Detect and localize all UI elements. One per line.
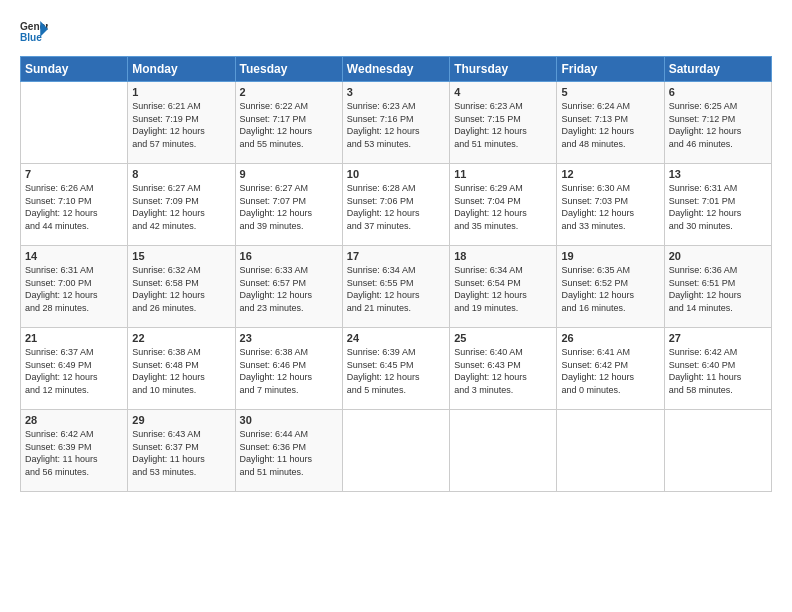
day-info: Sunrise: 6:30 AM Sunset: 7:03 PM Dayligh…	[561, 182, 659, 232]
day-cell: 14Sunrise: 6:31 AM Sunset: 7:00 PM Dayli…	[21, 246, 128, 328]
day-cell	[342, 410, 449, 492]
day-cell: 10Sunrise: 6:28 AM Sunset: 7:06 PM Dayli…	[342, 164, 449, 246]
day-number: 23	[240, 332, 338, 344]
day-number: 18	[454, 250, 552, 262]
calendar-table: SundayMondayTuesdayWednesdayThursdayFrid…	[20, 56, 772, 492]
day-info: Sunrise: 6:36 AM Sunset: 6:51 PM Dayligh…	[669, 264, 767, 314]
day-cell: 15Sunrise: 6:32 AM Sunset: 6:58 PM Dayli…	[128, 246, 235, 328]
day-info: Sunrise: 6:38 AM Sunset: 6:48 PM Dayligh…	[132, 346, 230, 396]
day-number: 22	[132, 332, 230, 344]
day-cell: 5Sunrise: 6:24 AM Sunset: 7:13 PM Daylig…	[557, 82, 664, 164]
day-number: 15	[132, 250, 230, 262]
day-info: Sunrise: 6:37 AM Sunset: 6:49 PM Dayligh…	[25, 346, 123, 396]
day-number: 24	[347, 332, 445, 344]
day-info: Sunrise: 6:27 AM Sunset: 7:07 PM Dayligh…	[240, 182, 338, 232]
day-cell: 19Sunrise: 6:35 AM Sunset: 6:52 PM Dayli…	[557, 246, 664, 328]
day-cell: 20Sunrise: 6:36 AM Sunset: 6:51 PM Dayli…	[664, 246, 771, 328]
day-cell: 26Sunrise: 6:41 AM Sunset: 6:42 PM Dayli…	[557, 328, 664, 410]
day-number: 13	[669, 168, 767, 180]
day-cell: 27Sunrise: 6:42 AM Sunset: 6:40 PM Dayli…	[664, 328, 771, 410]
day-info: Sunrise: 6:29 AM Sunset: 7:04 PM Dayligh…	[454, 182, 552, 232]
day-cell: 8Sunrise: 6:27 AM Sunset: 7:09 PM Daylig…	[128, 164, 235, 246]
day-info: Sunrise: 6:26 AM Sunset: 7:10 PM Dayligh…	[25, 182, 123, 232]
week-row-1: 1Sunrise: 6:21 AM Sunset: 7:19 PM Daylig…	[21, 82, 772, 164]
day-cell: 4Sunrise: 6:23 AM Sunset: 7:15 PM Daylig…	[450, 82, 557, 164]
day-number: 14	[25, 250, 123, 262]
day-cell: 21Sunrise: 6:37 AM Sunset: 6:49 PM Dayli…	[21, 328, 128, 410]
day-number: 19	[561, 250, 659, 262]
day-number: 28	[25, 414, 123, 426]
day-cell	[557, 410, 664, 492]
day-info: Sunrise: 6:40 AM Sunset: 6:43 PM Dayligh…	[454, 346, 552, 396]
day-info: Sunrise: 6:23 AM Sunset: 7:16 PM Dayligh…	[347, 100, 445, 150]
header-row: SundayMondayTuesdayWednesdayThursdayFrid…	[21, 57, 772, 82]
header: General Blue	[20, 18, 772, 46]
day-info: Sunrise: 6:33 AM Sunset: 6:57 PM Dayligh…	[240, 264, 338, 314]
logo: General Blue	[20, 18, 48, 46]
day-cell: 24Sunrise: 6:39 AM Sunset: 6:45 PM Dayli…	[342, 328, 449, 410]
day-number: 1	[132, 86, 230, 98]
day-info: Sunrise: 6:31 AM Sunset: 7:01 PM Dayligh…	[669, 182, 767, 232]
col-header-thursday: Thursday	[450, 57, 557, 82]
day-number: 12	[561, 168, 659, 180]
day-number: 30	[240, 414, 338, 426]
day-cell: 12Sunrise: 6:30 AM Sunset: 7:03 PM Dayli…	[557, 164, 664, 246]
col-header-saturday: Saturday	[664, 57, 771, 82]
day-number: 17	[347, 250, 445, 262]
day-cell	[450, 410, 557, 492]
day-number: 3	[347, 86, 445, 98]
day-cell: 3Sunrise: 6:23 AM Sunset: 7:16 PM Daylig…	[342, 82, 449, 164]
day-info: Sunrise: 6:23 AM Sunset: 7:15 PM Dayligh…	[454, 100, 552, 150]
page: General Blue SundayMondayTuesdayWednesda…	[0, 0, 792, 612]
col-header-friday: Friday	[557, 57, 664, 82]
logo-icon: General Blue	[20, 18, 48, 46]
day-info: Sunrise: 6:28 AM Sunset: 7:06 PM Dayligh…	[347, 182, 445, 232]
day-cell: 22Sunrise: 6:38 AM Sunset: 6:48 PM Dayli…	[128, 328, 235, 410]
col-header-wednesday: Wednesday	[342, 57, 449, 82]
day-info: Sunrise: 6:42 AM Sunset: 6:39 PM Dayligh…	[25, 428, 123, 478]
col-header-sunday: Sunday	[21, 57, 128, 82]
week-row-5: 28Sunrise: 6:42 AM Sunset: 6:39 PM Dayli…	[21, 410, 772, 492]
day-cell: 6Sunrise: 6:25 AM Sunset: 7:12 PM Daylig…	[664, 82, 771, 164]
day-cell: 18Sunrise: 6:34 AM Sunset: 6:54 PM Dayli…	[450, 246, 557, 328]
col-header-tuesday: Tuesday	[235, 57, 342, 82]
day-number: 25	[454, 332, 552, 344]
day-info: Sunrise: 6:32 AM Sunset: 6:58 PM Dayligh…	[132, 264, 230, 314]
day-info: Sunrise: 6:27 AM Sunset: 7:09 PM Dayligh…	[132, 182, 230, 232]
day-cell: 2Sunrise: 6:22 AM Sunset: 7:17 PM Daylig…	[235, 82, 342, 164]
day-cell	[21, 82, 128, 164]
day-number: 10	[347, 168, 445, 180]
day-number: 2	[240, 86, 338, 98]
day-info: Sunrise: 6:34 AM Sunset: 6:54 PM Dayligh…	[454, 264, 552, 314]
week-row-3: 14Sunrise: 6:31 AM Sunset: 7:00 PM Dayli…	[21, 246, 772, 328]
day-info: Sunrise: 6:35 AM Sunset: 6:52 PM Dayligh…	[561, 264, 659, 314]
day-info: Sunrise: 6:42 AM Sunset: 6:40 PM Dayligh…	[669, 346, 767, 396]
day-cell: 23Sunrise: 6:38 AM Sunset: 6:46 PM Dayli…	[235, 328, 342, 410]
day-info: Sunrise: 6:24 AM Sunset: 7:13 PM Dayligh…	[561, 100, 659, 150]
day-info: Sunrise: 6:39 AM Sunset: 6:45 PM Dayligh…	[347, 346, 445, 396]
day-cell	[664, 410, 771, 492]
day-cell: 17Sunrise: 6:34 AM Sunset: 6:55 PM Dayli…	[342, 246, 449, 328]
day-cell: 9Sunrise: 6:27 AM Sunset: 7:07 PM Daylig…	[235, 164, 342, 246]
day-cell: 11Sunrise: 6:29 AM Sunset: 7:04 PM Dayli…	[450, 164, 557, 246]
day-number: 11	[454, 168, 552, 180]
day-number: 29	[132, 414, 230, 426]
svg-text:Blue: Blue	[20, 32, 42, 43]
day-number: 20	[669, 250, 767, 262]
week-row-2: 7Sunrise: 6:26 AM Sunset: 7:10 PM Daylig…	[21, 164, 772, 246]
day-number: 5	[561, 86, 659, 98]
day-number: 27	[669, 332, 767, 344]
day-info: Sunrise: 6:38 AM Sunset: 6:46 PM Dayligh…	[240, 346, 338, 396]
day-info: Sunrise: 6:41 AM Sunset: 6:42 PM Dayligh…	[561, 346, 659, 396]
day-cell: 7Sunrise: 6:26 AM Sunset: 7:10 PM Daylig…	[21, 164, 128, 246]
day-cell: 1Sunrise: 6:21 AM Sunset: 7:19 PM Daylig…	[128, 82, 235, 164]
day-cell: 13Sunrise: 6:31 AM Sunset: 7:01 PM Dayli…	[664, 164, 771, 246]
day-number: 9	[240, 168, 338, 180]
day-info: Sunrise: 6:43 AM Sunset: 6:37 PM Dayligh…	[132, 428, 230, 478]
col-header-monday: Monday	[128, 57, 235, 82]
day-number: 21	[25, 332, 123, 344]
day-number: 6	[669, 86, 767, 98]
day-info: Sunrise: 6:34 AM Sunset: 6:55 PM Dayligh…	[347, 264, 445, 314]
day-cell: 30Sunrise: 6:44 AM Sunset: 6:36 PM Dayli…	[235, 410, 342, 492]
day-number: 7	[25, 168, 123, 180]
